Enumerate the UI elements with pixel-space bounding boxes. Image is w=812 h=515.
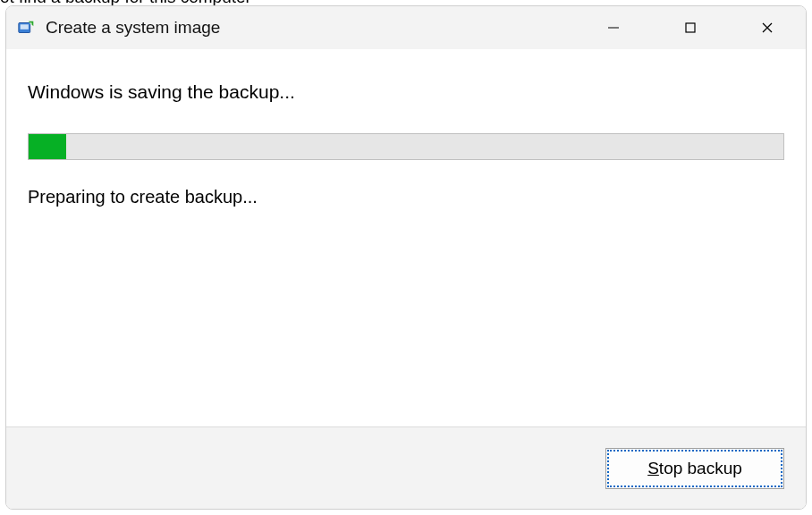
progress-bar <box>28 133 784 160</box>
titlebar: Create a system image <box>6 6 806 49</box>
close-button[interactable] <box>729 6 806 49</box>
window-title: Create a system image <box>46 18 575 38</box>
stop-backup-accelerator: S <box>647 459 659 477</box>
dialog-window: Create a system image Windows is saving … <box>5 5 807 510</box>
maximize-icon <box>684 21 697 34</box>
svg-rect-1 <box>21 24 29 29</box>
minimize-icon <box>607 21 620 34</box>
close-icon <box>761 21 774 34</box>
svg-point-2 <box>30 22 31 24</box>
window-controls <box>575 6 806 49</box>
dialog-footer: Stop backup <box>6 426 806 509</box>
progress-bar-fill <box>29 134 66 159</box>
heading-text: Windows is saving the backup... <box>28 81 784 103</box>
svg-rect-4 <box>686 23 695 32</box>
stop-backup-button[interactable]: Stop backup <box>605 448 784 489</box>
status-text: Preparing to create backup... <box>28 187 784 207</box>
maximize-button[interactable] <box>652 6 729 49</box>
dialog-content: Windows is saving the backup... Preparin… <box>6 49 806 426</box>
minimize-button[interactable] <box>575 6 652 49</box>
app-icon <box>17 18 37 38</box>
stop-backup-label-rest: top backup <box>659 459 742 477</box>
